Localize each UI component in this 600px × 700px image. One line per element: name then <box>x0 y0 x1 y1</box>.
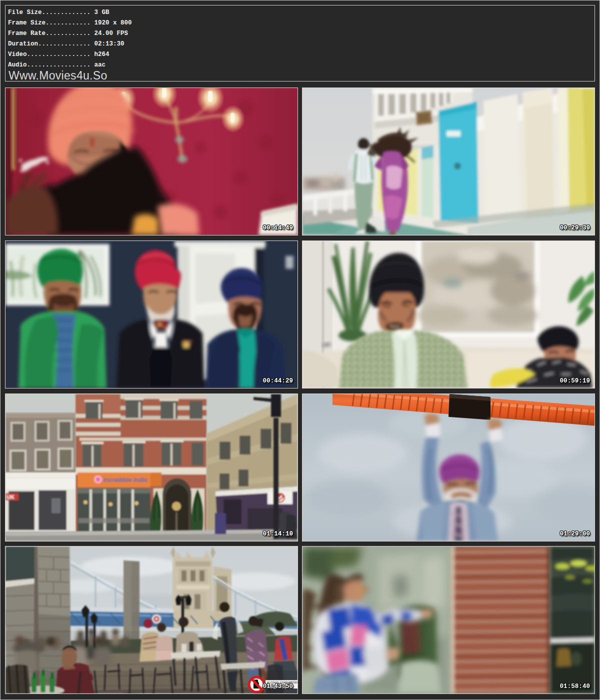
svg-text:UK: UK <box>6 494 14 500</box>
svg-text:Incredible India: Incredible India <box>104 476 148 483</box>
